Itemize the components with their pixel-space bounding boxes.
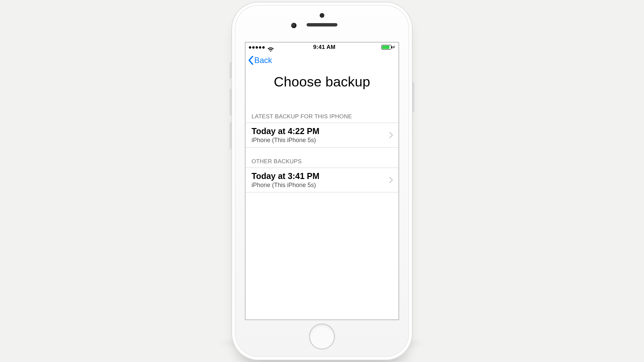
phone-frame: 9:41 AM ⚡︎ Back [231, 2, 413, 360]
backup-row-other[interactable]: Today at 3:41 PM iPhone (This iPhone 5s) [246, 168, 398, 192]
section-header-latest: LATEST BACKUP FOR THIS IPHONE [246, 113, 398, 123]
signal-strength-icon [249, 46, 265, 49]
back-label: Back [254, 56, 272, 65]
page-title: Choose backup [246, 74, 398, 90]
backup-row-secondary: iPhone (This iPhone 5s) [252, 137, 388, 144]
chevron-right-icon [388, 132, 394, 138]
status-time: 9:41 AM [313, 44, 336, 51]
battery-icon [381, 45, 391, 50]
proximity-sensor [320, 13, 324, 18]
section-header-other: OTHER BACKUPS [246, 158, 398, 168]
phone-screen: 9:41 AM ⚡︎ Back [245, 42, 399, 320]
backup-row-primary: Today at 3:41 PM [252, 171, 388, 181]
chevron-right-icon [388, 177, 394, 183]
front-camera [291, 23, 297, 28]
backup-row-primary: Today at 4:22 PM [252, 126, 388, 136]
power-button [413, 82, 414, 112]
backup-row-latest[interactable]: Today at 4:22 PM iPhone (This iPhone 5s) [246, 123, 398, 147]
earpiece-speaker [307, 23, 337, 26]
chevron-left-icon [248, 56, 254, 65]
backup-row-secondary: iPhone (This iPhone 5s) [252, 182, 388, 189]
charging-icon: ⚡︎ [392, 45, 395, 49]
home-button[interactable] [309, 323, 335, 350]
status-bar: 9:41 AM ⚡︎ [246, 43, 398, 52]
volume-up-button [230, 89, 231, 116]
volume-down-button [230, 122, 231, 149]
nav-bar: Back [246, 52, 398, 69]
back-button[interactable]: Back [248, 56, 272, 65]
mute-switch [230, 62, 231, 79]
